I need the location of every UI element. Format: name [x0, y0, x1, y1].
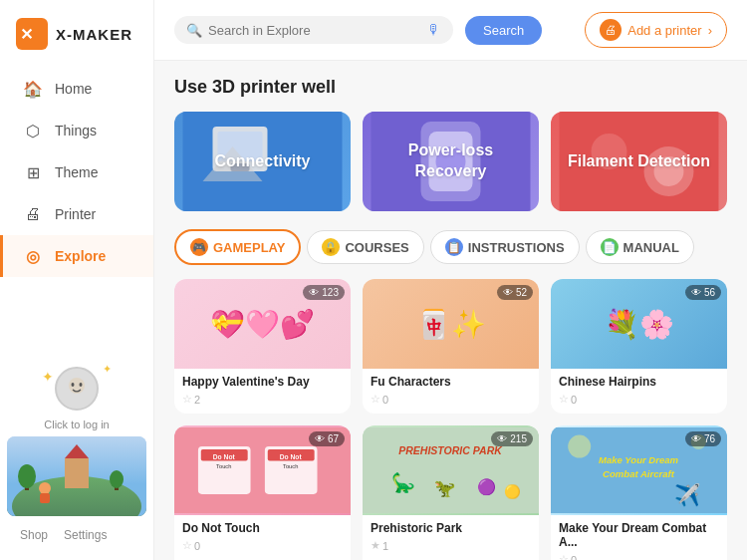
search-icon: 🔍 — [186, 23, 202, 38]
card-title-prehistoric: Prehistoric Park — [371, 521, 531, 535]
nav-items: 🏠 Home ⬡ Things ⊞ Theme 🖨 Printer ◎ Expl… — [0, 68, 153, 351]
svg-text:Touch: Touch — [216, 463, 231, 469]
add-printer-label: Add a printer — [627, 23, 701, 38]
svg-text:Do Not: Do Not — [213, 453, 236, 460]
card-combat[interactable]: Make Your Dream Combat Aircraft ✈️ 👁76 M… — [551, 425, 727, 560]
star-right-icon: ✦ — [103, 363, 112, 376]
card-valentine[interactable]: 💝🩷💕 👁123 Happy Valentine's Day ☆ 2 — [174, 279, 351, 414]
sidebar-item-theme-label: Theme — [55, 164, 99, 180]
theme-icon: ⊞ — [23, 162, 43, 182]
printer-box-icon: 🖨 — [600, 19, 622, 41]
svg-point-3 — [72, 383, 75, 387]
card-stars-prehistoric: ★ 1 — [371, 539, 388, 552]
tab-row: 🎮 GAMEPLAY 🔒 COURSES 📋 INSTRUSTIONS 📄 MA… — [174, 229, 727, 265]
sidebar-item-home-label: Home — [55, 81, 92, 97]
banner-filament-label: Filament Detection — [560, 143, 718, 180]
main-content: 🔍 🎙 Search 🖨 Add a printer › Use 3D prin… — [154, 0, 747, 560]
banner-filament[interactable]: Filament Detection — [551, 112, 727, 211]
tab-manual[interactable]: 📄 MANUAL — [586, 230, 694, 264]
svg-text:Make Your Dream: Make Your Dream — [599, 454, 679, 465]
card-stars-combat: ☆ 0 — [559, 553, 577, 560]
search-button[interactable]: Search — [465, 16, 542, 45]
sidebar-item-things[interactable]: ⬡ Things — [0, 110, 153, 151]
banner-connectivity-label: Connectivity — [206, 143, 318, 180]
tab-manual-label: MANUAL — [623, 240, 679, 255]
tab-courses-label: COURSES — [345, 240, 408, 255]
sidebar-item-home[interactable]: 🏠 Home — [0, 68, 153, 110]
view-count-combat: 👁76 — [685, 431, 721, 446]
instructions-icon: 📋 — [445, 238, 463, 256]
brand-name: X-MAKER — [56, 26, 132, 43]
view-count-do-not-touch: 👁67 — [309, 431, 345, 446]
section-title: Use 3D printer well — [174, 77, 727, 98]
banner-row: Connectivity Power-loss Recovery — [174, 112, 727, 211]
header: 🔍 🎙 Search 🖨 Add a printer › — [154, 0, 747, 61]
svg-text:🟡: 🟡 — [504, 483, 521, 500]
add-printer-button[interactable]: 🖨 Add a printer › — [585, 12, 727, 48]
things-icon: ⬡ — [23, 121, 43, 140]
sidebar-item-things-label: Things — [55, 123, 97, 139]
svg-point-13 — [39, 482, 51, 494]
tab-gameplay[interactable]: 🎮 GAMEPLAY — [174, 229, 301, 265]
user-avatar-area[interactable]: ✦ ✦ — [42, 359, 112, 419]
card-title-hairpins: Chinese Hairpins — [559, 375, 719, 389]
manual-icon: 📄 — [601, 238, 619, 256]
world-scene — [7, 436, 146, 516]
card-hairpins[interactable]: 💐🌸 👁56 Chinese Hairpins ☆ 0 — [551, 279, 727, 414]
svg-text:Touch: Touch — [283, 463, 298, 469]
card-thumb-combat: Make Your Dream Combat Aircraft ✈️ 👁76 — [551, 425, 727, 515]
sidebar-item-printer-label: Printer — [55, 206, 96, 222]
svg-text:PREHISTORIC PARK: PREHISTORIC PARK — [398, 444, 503, 456]
svg-point-8 — [18, 464, 36, 488]
card-title-fu: Fu Characters — [371, 375, 531, 389]
view-count-valentine: 👁123 — [303, 285, 345, 300]
sidebar-footer: Shop Settings — [0, 520, 153, 550]
settings-link[interactable]: Settings — [64, 528, 107, 542]
svg-text:Combat Aircraft: Combat Aircraft — [603, 468, 675, 479]
user-avatar — [55, 367, 99, 411]
card-thumb-fu: 🀄✨ 👁52 — [363, 279, 539, 369]
svg-text:🦕: 🦕 — [391, 471, 415, 494]
login-label[interactable]: Click to log in — [44, 419, 109, 430]
svg-text:✕: ✕ — [20, 26, 33, 43]
tab-instructions[interactable]: 📋 INSTRUSTIONS — [430, 230, 580, 264]
svg-text:Do Not: Do Not — [280, 453, 303, 460]
tab-instructions-label: INSTRUSTIONS — [468, 240, 565, 255]
content-area: Use 3D printer well Connectivity — [154, 61, 747, 560]
banner-power-loss-label: Power-loss Recovery — [363, 133, 539, 190]
card-title-do-not-touch: Do Not Touch — [182, 521, 343, 535]
sidebar-item-printer[interactable]: 🖨 Printer — [0, 193, 153, 235]
banner-connectivity[interactable]: Connectivity — [174, 112, 351, 211]
mic-icon[interactable]: 🎙 — [427, 22, 441, 38]
card-thumb-hairpins: 💐🌸 👁56 — [551, 279, 727, 369]
card-thumb-valentine: 💝🩷💕 👁123 — [174, 279, 351, 369]
chevron-right-icon: › — [708, 23, 712, 38]
card-prehistoric[interactable]: PREHISTORIC PARK 🦕 🦖 🟣 🟡 👁215 Prehistori… — [363, 425, 539, 560]
svg-rect-14 — [40, 493, 50, 503]
banner-power-loss[interactable]: Power-loss Recovery — [363, 112, 539, 211]
cards-grid: 💝🩷💕 👁123 Happy Valentine's Day ☆ 2 — [174, 279, 727, 560]
tab-gameplay-label: GAMEPLAY — [213, 240, 285, 255]
view-count-hairpins: 👁56 — [685, 285, 721, 300]
card-title-combat: Make Your Dream Combat A... — [559, 521, 719, 549]
card-thumb-prehistoric: PREHISTORIC PARK 🦕 🦖 🟣 🟡 👁215 — [363, 425, 539, 515]
sidebar-item-theme[interactable]: ⊞ Theme — [0, 151, 153, 193]
sidebar-item-explore-label: Explore — [55, 248, 106, 264]
card-do-not-touch[interactable]: Do Not Touch Do Not Touch 👁67 Do Not Tou… — [174, 425, 351, 560]
svg-text:🟣: 🟣 — [477, 477, 497, 496]
svg-point-10 — [110, 470, 124, 488]
gameplay-icon: 🎮 — [190, 238, 208, 256]
user-section: ✦ ✦ Click to log in — [0, 351, 153, 520]
explore-icon: ◎ — [23, 246, 43, 266]
card-stars-do-not-touch: ☆ 0 — [182, 539, 200, 552]
sidebar-item-explore[interactable]: ◎ Explore — [0, 235, 153, 277]
search-bar: 🔍 🎙 — [174, 16, 453, 44]
home-icon: 🏠 — [23, 79, 43, 99]
shop-link[interactable]: Shop — [20, 528, 48, 542]
card-fu[interactable]: 🀄✨ 👁52 Fu Characters ☆ 0 — [363, 279, 539, 414]
tab-courses[interactable]: 🔒 COURSES — [307, 230, 423, 264]
printer-icon: 🖨 — [23, 204, 43, 224]
star-left-icon: ✦ — [42, 369, 54, 385]
search-input[interactable] — [208, 23, 421, 38]
card-stars-fu: ☆ 0 — [371, 393, 388, 406]
